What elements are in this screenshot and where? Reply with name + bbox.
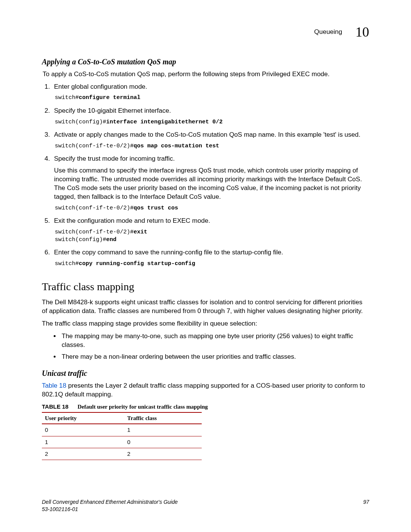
code-command: exit xyxy=(134,229,147,235)
table-link[interactable]: Table 18 xyxy=(42,382,66,389)
page-footer: Dell Converged Enhanced Ethernet Adminis… xyxy=(42,498,369,513)
step-text: Specify the trust mode for incoming traf… xyxy=(54,155,369,163)
step-text: Enter global configuration mode. xyxy=(54,83,369,91)
code-command: configure terminal xyxy=(79,94,140,101)
code-command: qos map cos-mutation test xyxy=(134,143,219,149)
bullet-item: The mapping may be many-to-one, such as … xyxy=(60,332,369,350)
code-prompt: switch(conf-if-te-0/2)# xyxy=(55,205,134,211)
code-prompt: switch(conf-if-te-0/2)# xyxy=(55,143,134,149)
code-prompt: switch(conf-if-te-0/2)# xyxy=(55,229,134,235)
code-command: qos trust cos xyxy=(134,205,178,211)
page: Queueing 10 Applying a CoS-to-CoS mutati… xyxy=(0,0,411,532)
code-block: switch#copy running-config startup-confi… xyxy=(55,260,369,268)
step-2: Specify the 10-gigabit Ethernet interfac… xyxy=(52,107,369,126)
step-text: Activate or apply changes made to the Co… xyxy=(54,131,369,139)
table-number: TABLE 18 xyxy=(42,403,68,410)
table-cell: 1 xyxy=(42,436,124,448)
bullet-item: There may be a non-linear ordering betwe… xyxy=(60,353,369,361)
subsection-title-1: Applying a CoS-to-CoS mutation QoS map xyxy=(42,57,369,67)
table-row: 2 2 xyxy=(42,448,202,460)
code-prompt: switch(config)# xyxy=(55,236,106,243)
steps-list: Enter global configuration mode. switch#… xyxy=(42,83,369,268)
page-header: Queueing 10 xyxy=(42,23,369,42)
chapter-number: 10 xyxy=(355,24,369,40)
table-caption: Default user priority for unicast traffi… xyxy=(78,404,208,410)
step-1: Enter global configuration mode. switch#… xyxy=(52,83,369,102)
header-section: Queueing xyxy=(314,28,342,35)
code-block: switch#configure terminal xyxy=(55,94,369,102)
section-paragraph: The Dell M8428-k supports eight unicast … xyxy=(42,298,369,316)
code-command: copy running-config startup-config xyxy=(79,260,195,267)
step-text: Exit the configuration mode and return t… xyxy=(54,217,369,225)
code-prompt: switch(config)# xyxy=(55,119,106,125)
table-cell: 1 xyxy=(124,424,202,436)
table-cell: 0 xyxy=(124,436,202,448)
step-4: Specify the trust mode for incoming traf… xyxy=(52,155,369,212)
table-header: Traffic class xyxy=(124,412,202,424)
subsection-title-2: Unicast traffic xyxy=(42,368,369,379)
code-prompt: switch# xyxy=(55,260,79,267)
step-text: Specify the 10-gigabit Ethernet interfac… xyxy=(54,107,369,115)
table-title: TABLE 18Default user priority for unicas… xyxy=(42,403,369,411)
code-block: switch(conf-if-te-0/2)#qos map cos-mutat… xyxy=(55,142,369,150)
step-text: Enter the copy command to save the runni… xyxy=(54,248,369,257)
table-header: User priority xyxy=(42,412,124,424)
code-prompt: switch# xyxy=(55,94,79,101)
code-command: end xyxy=(106,236,116,243)
bullet-list: The mapping may be many-to-one, such as … xyxy=(42,332,369,361)
step-3: Activate or apply changes made to the Co… xyxy=(52,131,369,150)
step-6: Enter the copy command to save the runni… xyxy=(52,248,369,268)
step-extra: Use this command to specify the interfac… xyxy=(54,166,369,201)
table-row: 0 1 xyxy=(42,424,202,436)
code-block: switch(conf-if-te-0/2)#qos trust cos xyxy=(55,204,369,212)
code-block: switch(conf-if-te-0/2)#exit switch(confi… xyxy=(55,228,369,244)
unicast-intro: Table 18 presents the Layer 2 default tr… xyxy=(42,382,369,399)
intro-paragraph: To apply a CoS-to-CoS mutation QoS map, … xyxy=(43,70,369,79)
table-cell: 2 xyxy=(42,448,124,460)
unicast-rest: presents the Layer 2 default traffic cla… xyxy=(42,382,365,398)
table-row: 1 0 xyxy=(42,436,202,448)
code-command: interface intengigabitethernet 0/2 xyxy=(106,119,223,125)
priority-table: User priority Traffic class 0 1 1 0 2 2 xyxy=(42,412,202,460)
doc-id: 53-1002116-01 xyxy=(42,506,369,513)
footer-title: Dell Converged Enhanced Ethernet Adminis… xyxy=(42,499,178,505)
section-title: Traffic class mapping xyxy=(42,280,369,294)
table-cell: 0 xyxy=(42,424,124,436)
section-paragraph: The traffic class mapping stage provides… xyxy=(42,320,369,328)
step-5: Exit the configuration mode and return t… xyxy=(52,217,369,244)
page-number: 97 xyxy=(363,498,369,506)
table-cell: 2 xyxy=(124,448,202,460)
code-block: switch(config)#interface intengigabiteth… xyxy=(55,118,369,126)
